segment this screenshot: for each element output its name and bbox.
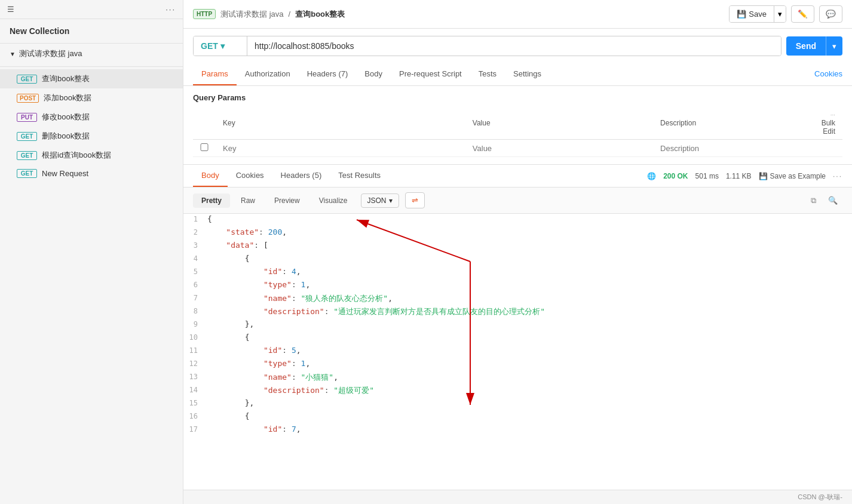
send-label: Send	[796, 41, 816, 51]
code-line-12: 12 "type": 1,	[183, 358, 852, 371]
tab-headers[interactable]: Headers (7)	[299, 63, 357, 85]
sidebar-divider	[0, 66, 183, 67]
sidebar-header: ☰ ···	[0, 0, 183, 19]
sidebar: ☰ ··· New Collection ▼ 测试请求数据 java GET 查…	[0, 0, 183, 504]
tab-authorization[interactable]: Authorization	[237, 63, 299, 85]
sidebar-collection[interactable]: ▼ 测试请求数据 java	[0, 44, 183, 64]
url-bar: GET ▾ Send ▾	[183, 29, 852, 63]
sidebar-item-label: New Request	[42, 169, 88, 178]
response-tabs: Body Cookies Headers (5) Test Results 🌐 …	[183, 165, 852, 188]
row-actions	[811, 140, 842, 157]
more-options-icon[interactable]: ···	[166, 5, 176, 14]
method-badge-put: PUT	[17, 113, 37, 122]
code-line-6: 6 "type": 1,	[183, 279, 852, 293]
sidebar-item-label: 添加book数据	[44, 93, 91, 103]
bottom-bar: CSDN @-耿瑞-	[183, 490, 852, 504]
method-caret-icon: ▾	[220, 41, 225, 51]
save-button-group: 💾 Save ▾	[729, 5, 786, 23]
col-actions-header: ··· Bulk Edit	[811, 107, 842, 140]
send-wrapper: Send ▾	[786, 36, 842, 56]
bulk-edit-label[interactable]: Bulk Edit	[822, 119, 835, 136]
tab-tests[interactable]: Tests	[470, 63, 505, 85]
col-value-header: Value	[465, 107, 653, 140]
tab-params[interactable]: Params	[193, 63, 237, 85]
row-check[interactable]	[193, 140, 216, 157]
col-key-header: Key	[216, 107, 465, 140]
search-button[interactable]: 🔍	[823, 193, 842, 207]
filter-button[interactable]: ⇌	[405, 192, 425, 208]
main-content: HTTP 测试请求数据 java / 查询book整表 💾 Save ▾ ✏️ …	[183, 0, 852, 504]
code-line-14: 14 "description": "超级可爱"	[183, 385, 852, 398]
response-tab-cookies[interactable]: Cookies	[228, 165, 272, 187]
response-body-tabs: Pretty Raw Preview Visualize JSON ▾ ⇌ ⧉ …	[183, 188, 852, 214]
save-example-icon: 💾	[759, 172, 768, 180]
sidebar-item-delete-book[interactable]: GET 删除book数据	[0, 127, 183, 146]
tab-pre-request[interactable]: Pre-request Script	[391, 63, 470, 85]
code-line-10: 10 {	[183, 332, 852, 345]
code-line-13: 13 "name": "小猫猫",	[183, 371, 852, 385]
body-tab-preview[interactable]: Preview	[266, 193, 308, 208]
sidebar-item-query-book[interactable]: GET 查询book整表	[0, 69, 183, 88]
topbar-left: HTTP 测试请求数据 java / 查询book整表	[193, 9, 345, 20]
topbar: HTTP 测试请求数据 java / 查询book整表 💾 Save ▾ ✏️ …	[183, 0, 852, 29]
tab-body[interactable]: Body	[356, 63, 391, 85]
method-badge-get4: GET	[17, 169, 37, 178]
method-badge-post: POST	[17, 94, 39, 103]
body-tab-raw[interactable]: Raw	[232, 193, 263, 208]
menu-icon[interactable]: ☰	[7, 5, 14, 14]
response-tab-test-results[interactable]: Test Results	[330, 165, 389, 187]
response-time: 501 ms	[695, 172, 719, 180]
collection-name: 测试请求数据 java	[19, 48, 82, 59]
method-label: GET	[201, 41, 218, 51]
code-line-11: 11 "id": 5,	[183, 345, 852, 358]
row-value[interactable]	[465, 140, 653, 157]
new-collection-item[interactable]: New Collection	[0, 19, 183, 44]
row-key[interactable]	[216, 140, 465, 157]
save-caret-button[interactable]: ▾	[774, 6, 786, 22]
new-collection-label: New Collection	[10, 26, 69, 36]
tab-cookies[interactable]: Cookies	[814, 63, 842, 85]
code-line-8: 8 "description": "通过玩家发言判断对方是否具有成立队友的目的心…	[183, 306, 852, 319]
response-tab-headers[interactable]: Headers (5)	[272, 165, 330, 187]
code-line-7: 7 "name": "狼人杀的队友心态分析",	[183, 293, 852, 306]
request-tabs: Params Authorization Headers (7) Body Pr…	[183, 63, 852, 86]
response-tab-body[interactable]: Body	[193, 165, 228, 187]
tab-settings[interactable]: Settings	[505, 63, 550, 85]
code-line-17: 17 "id": 7,	[183, 424, 852, 437]
method-badge-get3: GET	[17, 151, 37, 160]
body-tab-visualize[interactable]: Visualize	[311, 193, 356, 208]
method-badge-get: GET	[17, 75, 37, 84]
url-input[interactable]	[247, 36, 781, 56]
json-caret-icon: ▾	[389, 196, 393, 205]
method-select[interactable]: GET ▾	[194, 36, 247, 56]
body-tab-pretty[interactable]: Pretty	[193, 193, 230, 208]
sidebar-item-add-book[interactable]: POST 添加book数据	[0, 88, 183, 107]
save-button[interactable]: 💾 Save	[730, 6, 774, 22]
caret-icon: ▼	[10, 51, 16, 57]
json-format-select[interactable]: JSON ▾	[361, 193, 399, 208]
code-line-3: 3 "data": [	[183, 240, 852, 253]
sidebar-item-query-by-id[interactable]: GET 根据id查询book数据	[0, 146, 183, 165]
response-section: Body Cookies Headers (5) Test Results 🌐 …	[183, 164, 852, 490]
save-icon: 💾	[737, 10, 746, 19]
send-button[interactable]: Send	[786, 36, 826, 56]
bottom-bar-text: CSDN @-耿瑞-	[798, 493, 842, 502]
sidebar-item-update-book[interactable]: PUT 修改book数据	[0, 107, 183, 127]
row-desc[interactable]	[653, 140, 811, 157]
edit-button[interactable]: ✏️	[791, 5, 814, 23]
sidebar-item-label: 根据id查询book数据	[42, 150, 111, 161]
json-format-label: JSON	[367, 196, 387, 205]
save-example-button[interactable]: 💾 Save as Example	[759, 172, 826, 180]
page-title: 查询book整表	[295, 9, 345, 20]
more-params-icon[interactable]: ···	[830, 112, 835, 118]
copy-button[interactable]: ⧉	[806, 193, 821, 208]
more-response-icon[interactable]: ···	[833, 172, 842, 180]
topbar-right: 💾 Save ▾ ✏️ 💬	[729, 5, 842, 23]
save-label: Save	[749, 10, 767, 19]
sidebar-item-label: 查询book整表	[42, 73, 90, 84]
http-badge: HTTP	[193, 9, 216, 19]
comment-button[interactable]: 💬	[819, 5, 842, 23]
send-caret-button[interactable]: ▾	[826, 36, 842, 56]
code-line-4: 4 {	[183, 253, 852, 266]
sidebar-item-new-request[interactable]: GET New Request	[0, 165, 183, 182]
